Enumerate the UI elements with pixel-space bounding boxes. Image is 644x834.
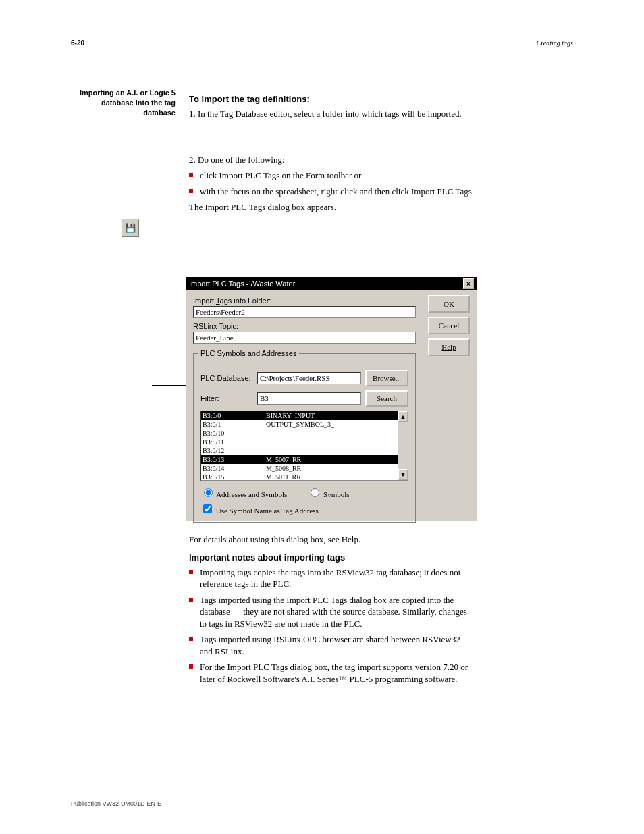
- page-number: 6-20: [71, 39, 84, 47]
- import-folder-label: Import Tags into Folder:: [193, 296, 416, 305]
- list-item[interactable]: B3:0/11: [201, 438, 408, 446]
- bullet-icon: [189, 664, 193, 669]
- list-item[interactable]: B3:0/13M_5007_RR: [201, 455, 408, 464]
- search-button[interactable]: Search: [365, 390, 408, 407]
- dialog-titlebar[interactable]: Import PLC Tags - /Waste Water ×: [186, 278, 477, 290]
- publication-footer: Publication VW32-UM001D-EN-E: [71, 800, 161, 807]
- rslinx-label: RSLinx Topic:: [193, 322, 416, 330]
- scroll-down-icon[interactable]: ▼: [398, 469, 408, 480]
- disk-icon: 💾: [122, 219, 139, 237]
- checkbox-use-symbol-name[interactable]: Use Symbol Name as Tag Address: [200, 502, 319, 515]
- dialog-title: Import PLC Tags - /Waste Water: [189, 280, 295, 288]
- plc-database-field[interactable]: [257, 372, 361, 384]
- step-2: 2. Do one of the following:: [189, 154, 473, 166]
- plc-database-label: PLC Database:: [200, 374, 253, 382]
- note-b3: Tags imported using RSLinx OPC browser a…: [200, 633, 473, 657]
- bullet-icon: [189, 189, 193, 193]
- scrollbar[interactable]: ▲ ▼: [398, 411, 408, 480]
- list-item[interactable]: B3:0/10: [201, 429, 408, 438]
- important-notes-title: Important notes about importing tags: [189, 552, 473, 563]
- radio-addresses-and-symbols[interactable]: Addresses and Symbols: [200, 486, 287, 498]
- note-b4: For the Import PLC Tags dialog box, the …: [200, 661, 473, 685]
- after-para: For details about using this dialog box,…: [189, 533, 473, 546]
- groupbox-legend: PLC Symbols and Addresses: [198, 349, 299, 357]
- rslinx-topic-field[interactable]: [193, 332, 416, 344]
- list-item[interactable]: B3:0/15M_5011_RR: [201, 473, 408, 481]
- close-icon[interactable]: ×: [463, 278, 474, 289]
- bullet-icon: [189, 598, 193, 602]
- filter-field[interactable]: [257, 392, 361, 405]
- cancel-button[interactable]: Cancel: [428, 317, 470, 334]
- help-button[interactable]: Help: [428, 338, 470, 356]
- list-item[interactable]: B3:0/0BINARY_INPUT: [201, 411, 408, 420]
- section-title: Importing an A.I. or Logic 5 database in…: [68, 88, 176, 118]
- bullet-1: click Import PLC Tags on the Form toolba…: [200, 170, 473, 182]
- import-folder-field[interactable]: [193, 306, 416, 318]
- browse-button[interactable]: Browse...: [365, 370, 408, 386]
- list-item[interactable]: B3:0/14M_5008_RR: [201, 464, 408, 473]
- list-item[interactable]: B3:0/12: [201, 446, 408, 455]
- plc-symbols-groupbox: PLC Symbols and Addresses PLC Database: …: [193, 353, 416, 523]
- running-head: Creating tags: [537, 39, 573, 47]
- ok-button[interactable]: OK: [428, 295, 470, 313]
- note-b2: Tags imported using the Import PLC Tags …: [200, 594, 473, 630]
- bullet-icon: [189, 570, 193, 574]
- bullet-icon: [189, 637, 193, 641]
- note-b1: Importing tags copies the tags into the …: [200, 567, 473, 590]
- intro-after: The Import PLC Tags dialog box appears.: [189, 201, 473, 213]
- address-listbox[interactable]: B3:0/0BINARY_INPUTB3:0/1OUTPUT_SYMBOL_3_…: [200, 411, 408, 481]
- filter-label: Filter:: [200, 394, 253, 402]
- radio-symbols[interactable]: Symbols: [307, 486, 349, 498]
- list-item[interactable]: B3:0/1OUTPUT_SYMBOL_3_: [201, 420, 408, 429]
- step-1: 1. In the Tag Database editor, select a …: [189, 108, 473, 120]
- intro-title: To import the tag definitions:: [189, 94, 473, 104]
- bullet-icon: [189, 173, 193, 177]
- scroll-up-icon[interactable]: ▲: [398, 411, 408, 422]
- bullet-2: with the focus on the spreadsheet, right…: [200, 186, 473, 198]
- import-plc-tags-dialog: Import PLC Tags - /Waste Water × OK Canc…: [186, 277, 477, 521]
